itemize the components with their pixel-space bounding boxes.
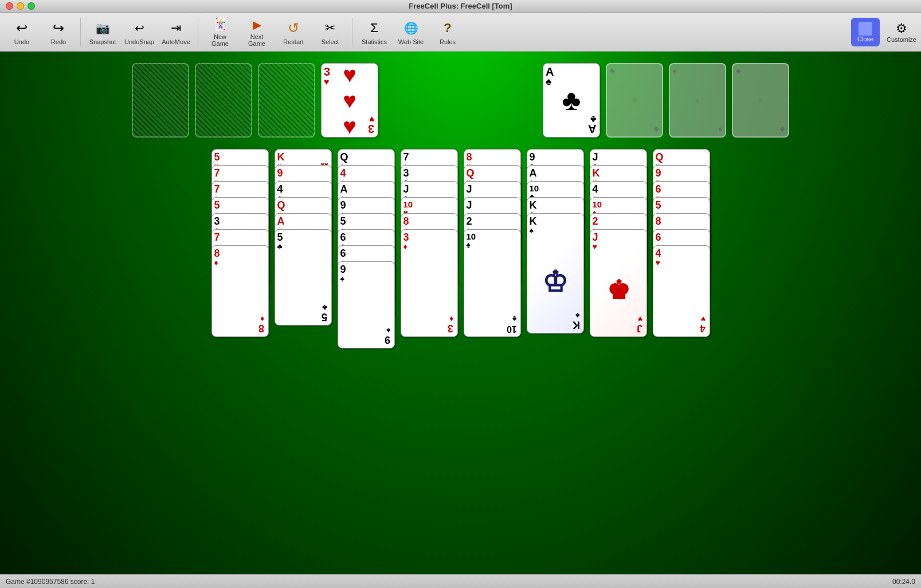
restart-button[interactable]: Restart — [276, 15, 311, 49]
rules-label: Rules — [440, 38, 456, 45]
automove-button[interactable]: AutoMove — [159, 15, 193, 49]
game-area: 3 ♥ ♥♥♥ 3 ♥ A ♣ ♣ A ♣ ♣ ♣ ♣ — [0, 52, 921, 574]
automove-icon — [167, 19, 185, 37]
customize-label: Customize — [887, 36, 916, 43]
redo-icon — [49, 19, 68, 37]
card-9s2[interactable]: 9♠ 9 ♠ — [338, 261, 395, 348]
foundation-3[interactable]: ♦ ♦ ♦ — [669, 63, 726, 138]
card-4h[interactable]: 4♥ 4 ♥ — [653, 245, 710, 337]
statistics-label: Statistics — [362, 38, 387, 45]
titlebar: FreeCell Plus: FreeCell [Tom] — [0, 0, 921, 13]
column-7: J♣ K♥ 4♠ 10♦ 2♥ J♥ ♚ J ♥ — [590, 149, 647, 378]
rules-icon — [438, 19, 457, 37]
snapshot-label: Snapshot — [89, 38, 116, 45]
foundations: A ♣ ♣ A ♣ ♣ ♣ ♣ ♦ ♦ ♦ ♣ ♣ ♣ — [543, 63, 789, 138]
nextgame-label: Next Game — [242, 33, 272, 47]
nextgame-button[interactable]: Next Game — [240, 15, 274, 49]
statusbar: Game #1090957586 score: 1 00:24.0 — [0, 574, 921, 588]
undo-icon — [13, 19, 31, 37]
timer: 00:24.0 — [892, 578, 915, 586]
foundation-corner-br: ♣ — [654, 126, 659, 134]
website-button[interactable]: Web Site — [394, 15, 428, 49]
card-jh-face[interactable]: J♥ ♚ J ♥ — [590, 229, 647, 337]
foundation-suit: ♣ — [758, 95, 764, 105]
column-2: K♥ ♥♥ 9♦ 4♣ Q♥ A♥ 5♣ 5 ♣ — [275, 149, 332, 378]
undosnap-label: UndoSnap — [124, 38, 154, 45]
restart-icon — [284, 19, 303, 37]
card-rank-bottom: 3 — [368, 123, 374, 135]
free-cells: 3 ♥ ♥♥♥ 3 ♥ — [132, 63, 378, 138]
undo-button[interactable]: Undo — [5, 15, 39, 49]
card-suit-bottom: ♣ — [590, 114, 597, 124]
foundation-suit: ♦ — [695, 95, 700, 105]
column-6: 9♣ A♠ 10♣ K♣ K♠ ♔ K ♠ — [527, 149, 584, 378]
column-5: 8♥ Q♥ J♠ J♠ 2♠ 10♠ 10 ♠ — [464, 149, 521, 378]
select-button[interactable]: Select — [313, 15, 347, 49]
newgame-button[interactable]: 🃏 New Game — [203, 15, 237, 49]
column-1: 5♥ 7♥ 7♦ 5♦ 3♣ 7♦ 8♦ 8 ♦ — [211, 149, 269, 378]
foundation-2[interactable]: ♣ ♣ ♣ — [606, 63, 663, 138]
column-3: Q♠ 4♦ A♠ 9♠ 5♠ 6♣ 6♠ 9♠ 9 ♠ — [338, 149, 395, 378]
redo-button[interactable]: Redo — [41, 15, 76, 49]
newgame-icon: 🃏 — [211, 17, 229, 32]
website-icon — [402, 19, 420, 37]
website-label: Web Site — [398, 38, 424, 45]
snapshot-icon — [93, 19, 112, 37]
toolbar-separator-1 — [80, 18, 81, 46]
freecell-3[interactable] — [258, 63, 315, 138]
card-suit-bottom: ♥ — [369, 114, 375, 124]
card-rank: A — [546, 66, 597, 77]
top-row: 3 ♥ ♥♥♥ 3 ♥ A ♣ ♣ A ♣ ♣ ♣ ♣ — [0, 57, 921, 143]
undo-label: Undo — [14, 38, 29, 45]
close-icon — [859, 22, 872, 36]
card-center-suit: ♣ — [562, 84, 581, 117]
nextgame-icon — [248, 17, 266, 32]
close-label: Close — [857, 36, 873, 42]
foundation-corner-br: ♦ — [718, 126, 722, 134]
foundation-suit: ♣ — [632, 95, 638, 105]
window-buttons — [6, 2, 35, 10]
foundation-corner: ♦ — [673, 66, 677, 75]
foundation-corner: ♣ — [610, 66, 615, 75]
card-center-suit: ♥♥♥ — [343, 62, 356, 139]
newgame-label: New Game — [205, 33, 235, 47]
rules-button[interactable]: Rules — [430, 15, 465, 49]
toolbar-separator-2 — [198, 18, 198, 46]
maximize-window-button[interactable] — [28, 2, 35, 10]
foundation-1-card[interactable]: A ♣ ♣ A ♣ — [543, 63, 600, 138]
card-10s[interactable]: 10♠ 10 ♠ — [464, 229, 521, 337]
select-label: Select — [322, 38, 339, 45]
undosnap-icon — [130, 19, 148, 37]
close-button[interactable]: Close — [851, 18, 880, 46]
card-ks-face[interactable]: K♠ ♔ K ♠ — [527, 213, 584, 334]
undosnap-button[interactable]: UndoSnap — [122, 15, 156, 49]
foundation-corner-br: ♣ — [780, 126, 785, 134]
toolbar: Undo Redo Snapshot UndoSnap AutoMove 🃏 N… — [0, 13, 921, 52]
card-3d[interactable]: 3♦ 3 ♦ — [401, 229, 458, 337]
snapshot-button[interactable]: Snapshot — [85, 15, 120, 49]
window-title: FreeCell Plus: FreeCell [Tom] — [409, 2, 512, 10]
foundation-corner: ♣ — [736, 66, 741, 75]
game-info: Game #1090957586 score: 1 — [6, 578, 95, 586]
statistics-button[interactable]: Statistics — [357, 15, 391, 49]
automove-label: AutoMove — [162, 38, 190, 45]
card-5c[interactable]: 5♣ 5 ♣ — [275, 229, 332, 326]
redo-label: Redo — [51, 38, 66, 45]
toolbar-separator-3 — [352, 18, 352, 46]
column-8: Q♥ 9♥ 6♥ 5♦ 8♥ 6♦ 4♥ 4 ♥ — [653, 149, 710, 378]
statistics-icon — [365, 19, 383, 37]
foundation-4[interactable]: ♣ ♣ ♣ — [732, 63, 789, 138]
close-window-button[interactable] — [6, 2, 13, 10]
freecell-2[interactable] — [195, 63, 252, 138]
customize-icon — [896, 21, 907, 36]
column-4: 7♠ 3♣ J♣ 10♥ 8♦ 3♦ 3 ♦ — [401, 149, 458, 378]
customize-button[interactable]: Customize — [887, 21, 916, 43]
restart-label: Restart — [283, 38, 303, 45]
card-8d[interactable]: 8♦ 8 ♦ — [211, 245, 269, 337]
minimize-window-button[interactable] — [17, 2, 24, 10]
freecell-1[interactable] — [132, 63, 189, 138]
select-icon — [321, 19, 339, 37]
freecell-4-card[interactable]: 3 ♥ ♥♥♥ 3 ♥ — [321, 63, 378, 138]
columns: 5♥ 7♥ 7♦ 5♦ 3♣ 7♦ 8♦ 8 ♦ — [0, 149, 921, 378]
card-rank-bottom: A — [588, 123, 596, 135]
